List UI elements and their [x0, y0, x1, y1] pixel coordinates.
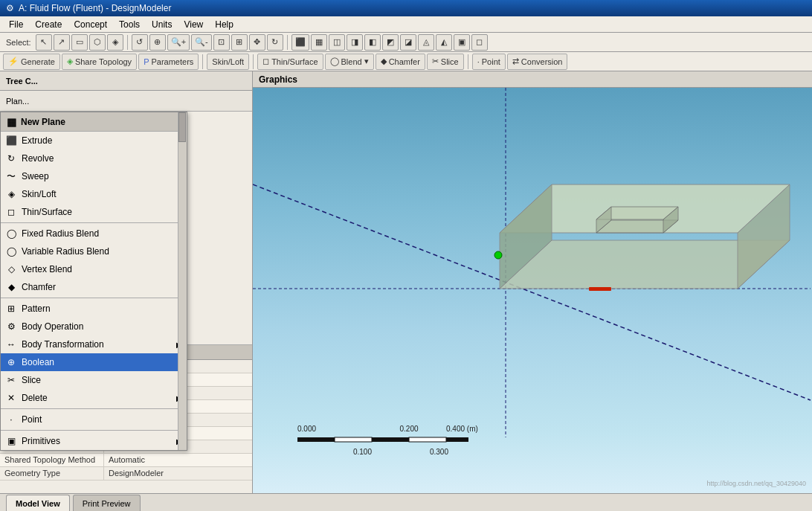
- thin-surface-btn[interactable]: ◻ Thin/Surface: [257, 54, 323, 70]
- chamfer-btn[interactable]: ◆ Chamfer: [376, 54, 425, 70]
- graphics-title: Graphics: [259, 74, 297, 85]
- select-btn7[interactable]: ⊕: [149, 34, 166, 51]
- graphics-area[interactable]: 0.000 0.200 0.400 (m) 0.100 0.300 http:: [253, 88, 812, 493]
- slice-btn[interactable]: ✂ Slice: [427, 54, 464, 70]
- menu-revolve[interactable]: ↻ Revolve: [1, 150, 187, 167]
- rotate-btn[interactable]: ↻: [267, 34, 283, 51]
- menu-primitives[interactable]: ▣ Primitives ▶: [1, 432, 187, 450]
- select-btn6[interactable]: ↺: [132, 34, 148, 51]
- select-btn4[interactable]: ⬡: [89, 34, 106, 51]
- view-btn9[interactable]: ◭: [436, 34, 452, 51]
- scale-0: 0.000: [297, 425, 372, 433]
- svg-point-11: [494, 251, 502, 259]
- select-arrow-btn[interactable]: ↗: [54, 34, 70, 51]
- menu-sweep[interactable]: 〜 Sweep: [1, 167, 187, 185]
- menu-concept[interactable]: Concept: [68, 18, 113, 31]
- title-text: A: Fluid Flow (Fluent) - DesignModeler: [19, 3, 171, 13]
- menu-help[interactable]: Help: [209, 18, 239, 31]
- svg-rect-17: [446, 437, 468, 442]
- menu-chamfer[interactable]: ◆ Chamfer: [1, 278, 187, 296]
- zoom-fit-btn[interactable]: ⊡: [213, 34, 230, 51]
- menu-variable-radius-blend[interactable]: ◯ Variable Radius Blend: [1, 242, 187, 260]
- zoom-btn[interactable]: ⊞: [231, 34, 248, 51]
- tab-print-preview[interactable]: Print Preview: [73, 495, 141, 511]
- sep4: [253, 54, 254, 69]
- toolbar-operations: ⚡ Generate ◈ Share Topology P Parameters…: [0, 52, 812, 71]
- thin-surface-menu-label: Thin/Surface: [22, 207, 72, 217]
- select-btn5[interactable]: ◈: [107, 34, 123, 51]
- view-btn4[interactable]: ◨: [347, 34, 363, 51]
- svg-rect-12: [589, 287, 611, 291]
- blend-label: Blend: [341, 57, 362, 66]
- menu-scrollbar[interactable]: [178, 112, 187, 450]
- tree-tab[interactable]: Tree C...: [0, 71, 252, 91]
- view-btn8[interactable]: ◬: [418, 34, 434, 51]
- menu-view[interactable]: View: [178, 18, 209, 31]
- menu-body-transformation[interactable]: ↔ Body Transformation ▶: [1, 335, 187, 353]
- view-btn10[interactable]: ▣: [454, 34, 470, 51]
- view-btn7[interactable]: ◪: [400, 34, 416, 51]
- select-box-btn[interactable]: ▭: [71, 34, 88, 51]
- view-btn3[interactable]: ◫: [329, 34, 345, 51]
- menu-tools[interactable]: Tools: [113, 18, 146, 31]
- view-iso-btn[interactable]: ⬛: [291, 34, 309, 51]
- plan-area[interactable]: Plan...: [0, 91, 252, 112]
- menu-units[interactable]: Units: [146, 18, 178, 31]
- scale-bar-svg: [297, 434, 468, 445]
- share-topology-btn[interactable]: ◈ Share Topology: [62, 54, 137, 70]
- menu-boolean[interactable]: ⊕ Boolean: [1, 353, 187, 371]
- menu-file[interactable]: File: [3, 18, 29, 31]
- menu-extrude[interactable]: ⬛ Extrude: [1, 132, 187, 150]
- menu-delete[interactable]: ✕ Delete ▶: [1, 389, 187, 407]
- new-plane-icon: ▦: [7, 116, 16, 128]
- menu-point[interactable]: · Point: [1, 411, 187, 428]
- menu-pattern[interactable]: ⊞ Pattern: [1, 300, 187, 318]
- pan-btn[interactable]: ✥: [249, 34, 265, 51]
- parameters-btn[interactable]: P Parameters: [138, 54, 199, 70]
- chamfer-icon: ◆: [381, 57, 387, 66]
- menu-slice[interactable]: ✂ Slice: [1, 371, 187, 389]
- menu-header-new-plane[interactable]: ▦ New Plane: [1, 112, 187, 132]
- extrude-icon: ⬛: [5, 135, 17, 147]
- menu-thin-surface[interactable]: ◻ Thin/Surface: [1, 203, 187, 221]
- skin-loft-menu-label: Skin/Loft: [22, 189, 57, 199]
- menu-fixed-radius-blend[interactable]: ◯ Fixed Radius Blend: [1, 225, 187, 242]
- vertex-blend-icon: ◇: [5, 263, 17, 275]
- generate-icon: ⚡: [8, 57, 19, 66]
- share-topology-icon: ◈: [67, 57, 73, 66]
- conversion-btn[interactable]: ⇄ Conversion: [507, 54, 568, 70]
- zoom-out-btn[interactable]: 🔍-: [191, 34, 212, 51]
- tab-model-view[interactable]: Model View: [6, 495, 70, 511]
- thin-surface-label: Thin/Surface: [271, 57, 318, 66]
- skin-loft-label: Skin/Loft: [212, 57, 244, 66]
- point-btn[interactable]: · Point: [472, 54, 506, 70]
- point-label: Point: [482, 57, 500, 66]
- scale-04: 0.400 (m): [446, 425, 478, 433]
- boolean-label: Boolean: [22, 357, 54, 367]
- skin-loft-btn[interactable]: Skin/Loft: [207, 54, 249, 70]
- menu-skin-loft[interactable]: ◈ Skin/Loft: [1, 185, 187, 203]
- select-cursor-btn[interactable]: ↖: [36, 34, 52, 51]
- menu-create[interactable]: Create: [29, 18, 68, 31]
- view-btn11[interactable]: ◻: [471, 34, 488, 51]
- generate-label: Generate: [21, 57, 55, 66]
- detail-shared-topology: Shared Topology Method Automatic: [0, 454, 252, 467]
- slice-menu-label: Slice: [22, 375, 41, 385]
- view-btn5[interactable]: ◧: [364, 34, 381, 51]
- generate-btn[interactable]: ⚡ Generate: [3, 54, 60, 70]
- scrollbar-thumb[interactable]: [178, 112, 186, 142]
- tree-tab-label: Tree C...: [6, 77, 38, 86]
- blend-btn[interactable]: ◯ Blend ▾: [325, 54, 374, 70]
- share-topology-label: Share Topology: [75, 57, 132, 66]
- bottom-tabs: Model View Print Preview: [0, 493, 812, 511]
- primitives-icon: ▣: [5, 435, 17, 447]
- view-btn2[interactable]: ▦: [311, 34, 327, 51]
- point-menu-icon: ·: [5, 414, 17, 425]
- menu-vertex-blend[interactable]: ◇ Vertex Blend: [1, 260, 187, 278]
- parameters-icon: P: [144, 57, 149, 66]
- menu-body-operation[interactable]: ⚙ Body Operation: [1, 318, 187, 335]
- view-btn6[interactable]: ◩: [382, 34, 399, 51]
- vertex-blend-label: Vertex Blend: [22, 264, 72, 274]
- zoom-in-btn[interactable]: 🔍+: [167, 34, 190, 51]
- revolve-icon: ↻: [5, 152, 17, 164]
